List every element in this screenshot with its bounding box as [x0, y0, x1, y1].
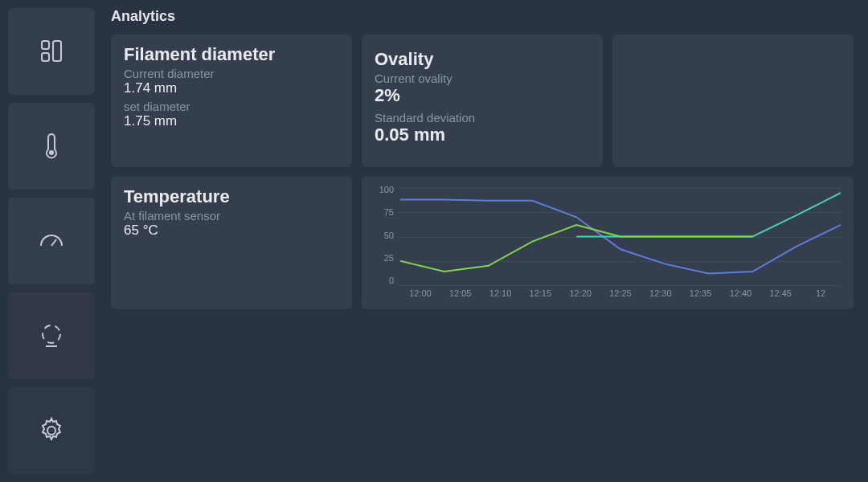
x-tick: 12:10: [481, 288, 521, 300]
card-temperature: Temperature At filament sensor 65 °C: [111, 177, 352, 309]
x-tick: 12:40: [721, 288, 761, 300]
x-tick: 12:30: [641, 288, 681, 300]
plot-area: [400, 188, 841, 285]
x-tick: 12:00: [400, 288, 440, 300]
x-tick: 12:20: [560, 288, 600, 300]
filament-set-value: 1.75 mm: [124, 113, 339, 129]
x-tick: 12: [800, 288, 841, 300]
x-tick: 12:25: [600, 288, 641, 300]
temperature-sublabel: At filament sensor: [124, 209, 339, 223]
ovality-current-label: Current ovality: [375, 71, 590, 85]
line-series-teal: [576, 193, 841, 236]
cards-row-1: Filament diameter Current diameter 1.74 …: [111, 35, 860, 167]
card-filament-diameter: Filament diameter Current diameter 1.74 …: [111, 35, 352, 167]
sidebar: [0, 0, 103, 482]
temperature-value: 65 °C: [124, 223, 339, 239]
line-series-green: [400, 225, 752, 272]
card-title: Ovality: [375, 49, 590, 70]
filament-set-label: set diameter: [124, 100, 339, 113]
svg-rect-0: [42, 41, 49, 49]
svg-point-7: [47, 427, 55, 435]
dashed-circle-icon: [37, 321, 66, 350]
gear-icon: [37, 416, 66, 445]
card-title: Filament diameter: [124, 44, 339, 65]
y-tick: 0: [375, 276, 394, 285]
card-empty: [612, 35, 854, 167]
x-axis: 12:00 12:05 12:10 12:15 12:20 12:25 12:3…: [400, 288, 841, 300]
card-title: Temperature: [124, 186, 339, 207]
y-axis: 100 75 50 25 0: [375, 185, 397, 285]
svg-point-5: [43, 325, 60, 343]
svg-rect-1: [42, 53, 49, 61]
sidebar-item-settings[interactable]: [8, 387, 95, 474]
chart-svg: [400, 188, 841, 285]
x-tick: 12:35: [681, 288, 721, 300]
filament-current-label: Current diameter: [124, 67, 339, 80]
page-title: Analytics: [111, 8, 860, 25]
sidebar-item-temperature[interactable]: [8, 103, 95, 190]
ovality-stddev-value: 0.05 mm: [375, 125, 590, 145]
y-tick: 100: [375, 185, 394, 194]
cards-row-2: Temperature At filament sensor 65 °C 100…: [111, 177, 860, 309]
y-tick: 50: [375, 231, 394, 240]
svg-rect-2: [53, 41, 61, 61]
y-tick: 75: [375, 207, 394, 217]
card-ovality: Ovality Current ovality 2% Standard devi…: [362, 35, 603, 167]
chart-area: 100 75 50 25 0: [375, 185, 841, 300]
svg-point-3: [49, 150, 54, 155]
filament-current-value: 1.74 mm: [124, 80, 339, 96]
thermometer-icon: [37, 132, 66, 161]
sidebar-item-layout[interactable]: [8, 8, 95, 95]
layout-icon: [37, 37, 66, 66]
main-content: Analytics Filament diameter Current diam…: [103, 0, 868, 482]
sidebar-item-analytics[interactable]: [8, 292, 95, 379]
gauge-icon: [37, 227, 66, 255]
ovality-current-value: 2%: [375, 85, 590, 106]
x-tick: 12:05: [440, 288, 481, 300]
line-chart-card: 100 75 50 25 0: [362, 177, 854, 309]
x-tick: 12:15: [520, 288, 560, 300]
x-tick: 12:45: [760, 288, 800, 300]
ovality-stddev-label: Standard deviation: [375, 111, 590, 125]
sidebar-item-gauge[interactable]: [8, 198, 95, 284]
y-tick: 25: [375, 253, 394, 263]
svg-line-4: [51, 239, 56, 246]
